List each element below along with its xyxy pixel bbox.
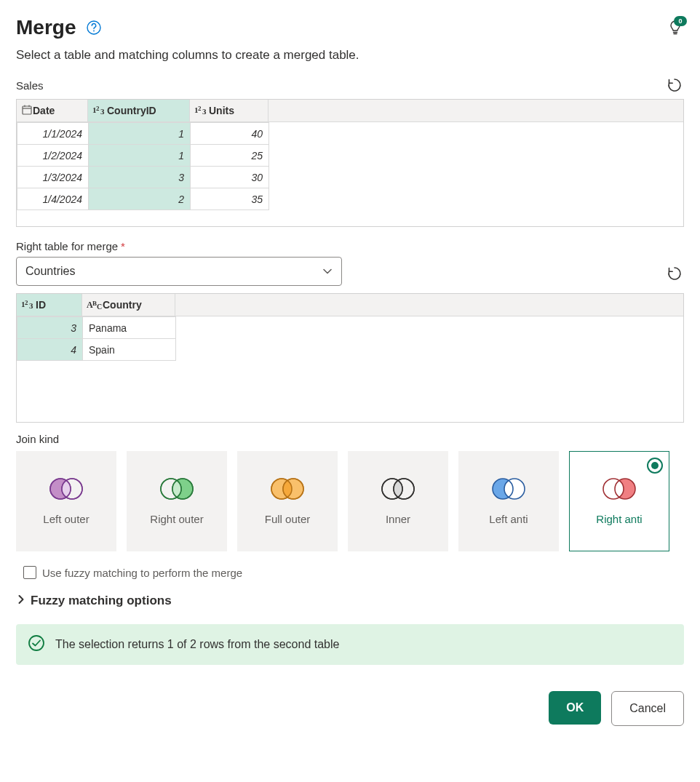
right-table-rows: 3 Panama 4 Spain bbox=[17, 316, 176, 361]
selection-info-banner: The selection returns 1 of 2 rows from t… bbox=[16, 624, 684, 665]
cancel-button[interactable]: Cancel bbox=[611, 691, 684, 726]
svg-text:3: 3 bbox=[100, 107, 105, 115]
venn-right-outer-icon bbox=[158, 476, 196, 501]
joinkind-full-outer[interactable]: Full outer bbox=[237, 451, 338, 551]
joinkind-label-text: Inner bbox=[386, 513, 410, 526]
ideas-badge: 0 bbox=[674, 16, 687, 26]
text-type-icon: ABC bbox=[87, 299, 103, 311]
refresh-right-table-button[interactable] bbox=[665, 264, 684, 283]
joinkind-left-outer[interactable]: Left outer bbox=[16, 451, 116, 551]
right-table-select[interactable]: Countries bbox=[16, 257, 342, 286]
column-header-countryid[interactable]: 123 CountryID bbox=[88, 100, 190, 121]
title-wrap: Merge bbox=[16, 16, 102, 39]
right-table-label-text: Right table for merge bbox=[16, 240, 118, 252]
cell: 3 bbox=[89, 167, 191, 188]
cell: 1/2/2024 bbox=[17, 145, 89, 167]
joinkind-left-anti[interactable]: Left anti bbox=[458, 451, 559, 551]
right-table-header: 123 ID ABC Country bbox=[17, 294, 683, 316]
required-indicator: * bbox=[121, 240, 125, 252]
joinkind-right-anti[interactable]: Right anti bbox=[569, 451, 669, 551]
svg-rect-2 bbox=[23, 106, 31, 114]
venn-left-outer-icon bbox=[47, 476, 85, 501]
column-header-date[interactable]: Date bbox=[17, 100, 88, 121]
svg-point-1 bbox=[94, 31, 95, 32]
venn-left-anti-icon bbox=[490, 476, 528, 501]
svg-text:2: 2 bbox=[25, 299, 28, 306]
right-table-preview: 123 ID ABC Country 3 Panama 4 Spain bbox=[16, 293, 684, 423]
joinkind-label-text: Right anti bbox=[596, 513, 642, 526]
table-row[interactable]: 1/3/2024 3 30 bbox=[17, 167, 269, 188]
column-header-units[interactable]: 123 Units bbox=[190, 100, 269, 121]
cell: 40 bbox=[191, 123, 269, 145]
column-header-label: Country bbox=[103, 299, 142, 311]
chevron-down-icon bbox=[322, 266, 333, 276]
help-icon[interactable] bbox=[86, 20, 102, 36]
svg-text:2: 2 bbox=[96, 105, 100, 112]
cell: 3 bbox=[17, 317, 83, 339]
cell: 4 bbox=[17, 339, 83, 361]
dialog-title: Merge bbox=[16, 16, 76, 39]
ok-button-label: OK bbox=[566, 701, 584, 714]
cell: 1 bbox=[89, 123, 191, 145]
right-table-select-row: Countries bbox=[16, 257, 684, 290]
venn-inner-icon bbox=[379, 476, 417, 501]
date-type-icon bbox=[21, 104, 33, 118]
svg-text:2: 2 bbox=[198, 105, 202, 112]
column-header-label: Date bbox=[33, 105, 55, 116]
cell: 1/1/2024 bbox=[17, 123, 89, 145]
right-table-selected-value: Countries bbox=[25, 265, 75, 278]
number-type-icon: 123 bbox=[21, 299, 36, 311]
cell: 2 bbox=[89, 188, 191, 210]
ok-button[interactable]: OK bbox=[549, 691, 601, 725]
table-row[interactable]: 1/4/2024 2 35 bbox=[17, 188, 269, 210]
header-filler bbox=[269, 100, 683, 121]
venn-full-outer-icon bbox=[269, 476, 306, 501]
left-table-header-row: Sales bbox=[16, 76, 684, 95]
chevron-right-icon bbox=[16, 594, 26, 608]
fuzzy-options-expander[interactable]: Fuzzy matching options bbox=[16, 594, 684, 608]
dialog-subtitle: Select a table and matching columns to c… bbox=[16, 48, 684, 63]
svg-text:3: 3 bbox=[29, 301, 33, 309]
cell: 35 bbox=[191, 188, 269, 210]
cell: 25 bbox=[191, 145, 269, 167]
column-header-id[interactable]: 123 ID bbox=[17, 294, 82, 316]
left-table-header: Date 123 CountryID 123 Units bbox=[17, 100, 683, 122]
dialog-footer: OK Cancel bbox=[16, 691, 684, 726]
column-header-country[interactable]: ABC Country bbox=[82, 294, 175, 316]
table-row[interactable]: 1/1/2024 1 40 bbox=[17, 123, 269, 145]
cell: 1/4/2024 bbox=[17, 188, 89, 210]
svg-text:3: 3 bbox=[202, 107, 207, 115]
joinkind-label-text: Left anti bbox=[489, 513, 528, 526]
cell: 1/3/2024 bbox=[17, 167, 89, 188]
svg-text:C: C bbox=[97, 303, 102, 309]
number-type-icon: 123 bbox=[92, 105, 107, 117]
number-type-icon: 123 bbox=[194, 105, 209, 117]
cell: Panama bbox=[83, 317, 176, 339]
dialog-header: Merge 0 bbox=[16, 16, 684, 39]
table-row[interactable]: 3 Panama bbox=[17, 317, 176, 339]
fuzzy-options-label: Fuzzy matching options bbox=[31, 594, 172, 608]
joinkind-label-text: Left outer bbox=[43, 513, 89, 526]
fuzzy-checkbox-label: Use fuzzy matching to perform the merge bbox=[42, 567, 242, 579]
refresh-left-table-button[interactable] bbox=[665, 76, 684, 95]
joinkind-inner[interactable]: Inner bbox=[348, 451, 448, 551]
selected-radio-icon bbox=[647, 458, 663, 474]
table-row[interactable]: 1/2/2024 1 25 bbox=[17, 145, 269, 167]
selection-info-text: The selection returns 1 of 2 rows from t… bbox=[55, 638, 339, 651]
table-row[interactable]: 4 Spain bbox=[17, 339, 176, 361]
column-header-label: Units bbox=[209, 105, 234, 116]
left-table-preview: Date 123 CountryID 123 Units 1/1/2024 1 bbox=[16, 99, 684, 227]
joinkind-label-text: Full outer bbox=[265, 513, 311, 526]
joinkind-right-outer[interactable]: Right outer bbox=[127, 451, 227, 551]
column-header-label: CountryID bbox=[107, 105, 156, 116]
fuzzy-checkbox-row[interactable]: Use fuzzy matching to perform the merge bbox=[16, 566, 684, 579]
left-table-name: Sales bbox=[16, 79, 44, 92]
joinkind-options: Left outer Right outer Full outer bbox=[16, 451, 684, 551]
success-check-icon bbox=[28, 634, 45, 655]
left-table-rows: 1/1/2024 1 40 1/2/2024 1 25 1/3/2024 3 3… bbox=[17, 122, 269, 210]
cancel-button-label: Cancel bbox=[629, 702, 666, 715]
ideas-button[interactable]: 0 bbox=[667, 19, 684, 36]
venn-right-anti-icon bbox=[600, 476, 638, 501]
fuzzy-checkbox[interactable] bbox=[23, 566, 36, 579]
svg-point-43 bbox=[29, 636, 44, 650]
